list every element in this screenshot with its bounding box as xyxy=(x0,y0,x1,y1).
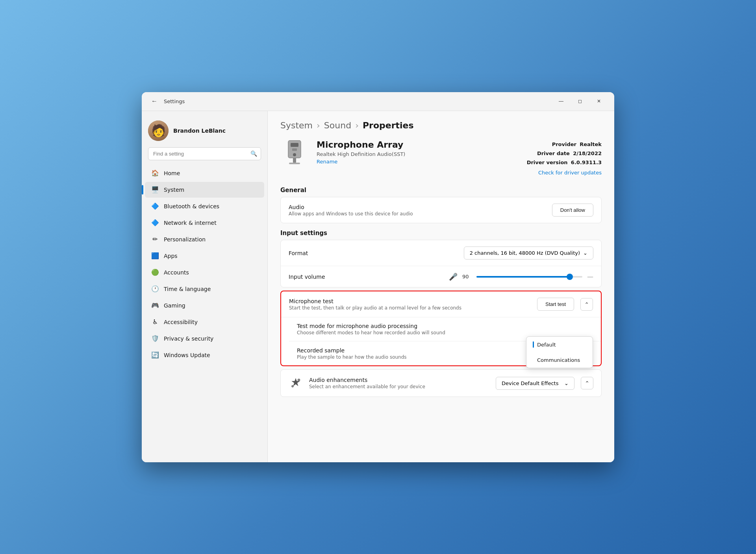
sidebar-item-accessibility[interactable]: ♿ Accessibility xyxy=(145,314,264,330)
device-info: Microphone Array Realtek High Definition… xyxy=(280,140,602,178)
sidebar-item-label: Accounts xyxy=(164,269,189,276)
sidebar-item-label: Home xyxy=(164,170,180,176)
svg-rect-3 xyxy=(293,158,296,163)
titlebar-title: Settings xyxy=(164,98,185,104)
driver-date-row: Driver date 2/18/2022 xyxy=(527,149,602,158)
minimize-button[interactable]: — xyxy=(552,95,570,107)
sidebar-item-system[interactable]: 🖥️ System xyxy=(145,182,264,198)
provider-value: Realtek xyxy=(580,141,602,147)
general-card: Audio Allow apps and Windows to use this… xyxy=(280,197,602,223)
dropdown-option-default[interactable]: Default xyxy=(526,337,593,352)
device-meta: Provider Realtek Driver date 2/18/2022 D… xyxy=(527,140,602,178)
username: Brandon LeBlanc xyxy=(173,128,226,134)
volume-thumb[interactable] xyxy=(567,274,573,280)
driver-version-row: Driver version 6.0.9311.3 xyxy=(527,158,602,167)
time-icon: 🕐 xyxy=(151,285,159,293)
avatar: 🧑 xyxy=(148,120,169,141)
format-row: Format 2 channels, 16 bit, 48000 Hz (DVD… xyxy=(281,240,601,266)
sidebar-item-home[interactable]: 🏠 Home xyxy=(145,165,264,181)
svg-point-7 xyxy=(292,385,294,387)
settings-window: ← Settings — ◻ ✕ 🧑 Brandon LeBlanc 🔍 🏠 xyxy=(142,92,614,462)
provider-label: Provider xyxy=(552,141,576,147)
search-input[interactable] xyxy=(148,147,261,160)
sidebar-item-label: Apps xyxy=(164,253,178,259)
system-icon: 🖥️ xyxy=(151,186,159,194)
format-label: Format xyxy=(289,250,464,256)
volume-label: Input volume xyxy=(289,274,433,280)
privacy-icon: 🛡️ xyxy=(151,335,159,343)
breadcrumb-sound: Sound xyxy=(324,120,351,130)
dropdown-option-communications[interactable]: Communications xyxy=(526,352,593,368)
sidebar-item-personalization[interactable]: ✏️ Personalization xyxy=(145,232,264,247)
sidebar-item-label: Privacy & security xyxy=(164,335,213,342)
accounts-icon: 🟢 xyxy=(151,269,159,276)
home-icon: 🏠 xyxy=(151,169,159,177)
format-control: 2 channels, 16 bit, 48000 Hz (DVD Qualit… xyxy=(464,246,593,259)
microphone-icon: 🎤 xyxy=(449,272,458,281)
sidebar-item-label: Accessibility xyxy=(164,319,198,325)
enhancements-desc: Select an enhancement available for your… xyxy=(309,384,496,389)
sidebar-item-label: Personalization xyxy=(164,236,206,243)
check-drivers-link[interactable]: Check for driver updates xyxy=(527,168,602,177)
network-icon: 🔷 xyxy=(151,219,159,227)
processing-row: Test mode for microphone audio processin… xyxy=(289,317,601,341)
user-profile: 🧑 Brandon LeBlanc xyxy=(142,117,267,147)
enhancements-controls: Device Default Effects ⌄ ⌃ xyxy=(496,377,593,390)
audio-control: Don't allow xyxy=(552,204,593,217)
device-icon xyxy=(280,140,309,168)
breadcrumb-system: System xyxy=(280,120,313,130)
audio-label: Audio xyxy=(289,204,552,210)
device-name: Microphone Array xyxy=(317,140,519,150)
selection-indicator xyxy=(533,341,534,348)
rename-link[interactable]: Rename xyxy=(317,159,337,165)
device-details: Microphone Array Realtek High Definition… xyxy=(317,140,519,165)
svg-point-6 xyxy=(298,379,300,381)
processing-info: Test mode for microphone audio processin… xyxy=(297,323,593,335)
search-icon: 🔍 xyxy=(250,150,257,157)
sidebar-item-privacy[interactable]: 🛡️ Privacy & security xyxy=(145,331,264,346)
option-communications-label: Communications xyxy=(537,357,580,363)
back-button[interactable]: ← xyxy=(148,95,161,107)
audio-info: Audio Allow apps and Windows to use this… xyxy=(289,204,552,217)
processing-desc: Choose different modes to hear how recor… xyxy=(297,330,593,335)
maximize-button[interactable]: ◻ xyxy=(571,95,589,107)
breadcrumb-current: Properties xyxy=(363,120,414,130)
sidebar: 🧑 Brandon LeBlanc 🔍 🏠 Home 🖥️ System 🔷 B… xyxy=(142,111,268,462)
expand-button[interactable]: ⌃ xyxy=(580,298,593,311)
format-dropdown[interactable]: 2 channels, 16 bit, 48000 Hz (DVD Qualit… xyxy=(464,246,593,259)
driver-date-label: Driver date xyxy=(537,150,570,156)
volume-end-icon: — xyxy=(587,273,593,280)
dont-allow-button[interactable]: Don't allow xyxy=(552,204,593,217)
update-icon: 🔄 xyxy=(151,351,159,359)
titlebar-controls: — ◻ ✕ xyxy=(552,95,608,107)
sidebar-item-gaming[interactable]: 🎮 Gaming xyxy=(145,298,264,313)
sidebar-item-network[interactable]: 🔷 Network & internet xyxy=(145,215,264,231)
provider-row: Provider Realtek xyxy=(527,140,602,149)
mic-test-sub-rows: Test mode for microphone audio processin… xyxy=(281,317,601,365)
mic-test-desc: Start the test, then talk or play audio … xyxy=(289,305,537,311)
driver-version-label: Driver version xyxy=(527,159,568,165)
sidebar-item-time[interactable]: 🕐 Time & language xyxy=(145,281,264,297)
sidebar-item-bluetooth[interactable]: 🔷 Bluetooth & devices xyxy=(145,198,264,214)
driver-version-value: 6.0.9311.3 xyxy=(571,159,602,165)
sidebar-item-accounts[interactable]: 🟢 Accounts xyxy=(145,265,264,280)
enhancements-icon xyxy=(289,376,303,390)
sidebar-item-label: Time & language xyxy=(164,286,211,292)
start-test-button[interactable]: Start test xyxy=(537,298,574,311)
close-button[interactable]: ✕ xyxy=(590,95,608,107)
enhancements-label: Audio enhancements xyxy=(309,377,496,383)
sidebar-item-label: Bluetooth & devices xyxy=(164,203,219,209)
enhancements-expand-button[interactable]: ⌃ xyxy=(581,377,593,389)
avatar-image: 🧑 xyxy=(148,120,169,141)
processing-label: Test mode for microphone audio processin… xyxy=(297,323,593,329)
bluetooth-icon: 🔷 xyxy=(151,202,159,210)
sidebar-item-apps[interactable]: 🟦 Apps xyxy=(145,248,264,264)
input-settings-card: Format 2 channels, 16 bit, 48000 Hz (DVD… xyxy=(280,240,602,287)
microphone-test-box: Microphone test Start the test, then tal… xyxy=(280,291,602,366)
sidebar-item-update[interactable]: 🔄 Windows Update xyxy=(145,347,264,363)
mic-test-row: Microphone test Start the test, then tal… xyxy=(281,291,601,317)
personalization-icon: ✏️ xyxy=(151,235,159,243)
volume-slider[interactable] xyxy=(476,276,582,278)
format-info: Format xyxy=(289,250,464,256)
enhancements-dropdown[interactable]: Device Default Effects ⌄ xyxy=(496,377,574,390)
